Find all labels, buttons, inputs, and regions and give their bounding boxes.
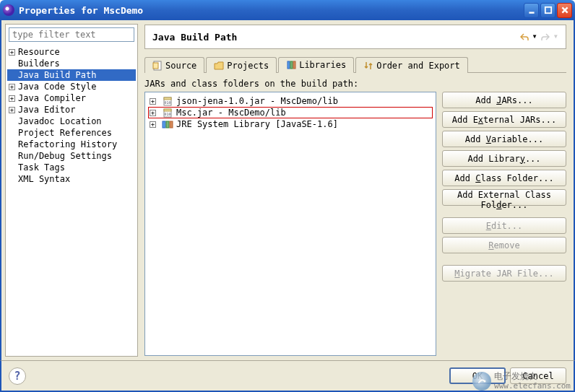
library-label: Msc.jar - MscDemo/lib	[176, 108, 286, 118]
add-external-jars-button[interactable]: Add External JARs...	[442, 111, 566, 128]
expand-icon[interactable]: +	[150, 98, 156, 105]
nav-separator-2: ▾	[553, 31, 558, 43]
tree-indent	[9, 165, 15, 171]
add-class-folder-button[interactable]: Add Class Folder...	[442, 170, 566, 186]
remove-button: Remove	[442, 237, 566, 253]
tree-item[interactable]: XML Syntax	[7, 173, 136, 185]
tree-item-label: Task Tags	[18, 162, 65, 173]
tree-item-label: Project References	[18, 128, 112, 138]
libraries-label: JARs and class folders on the build path…	[144, 79, 566, 89]
expand-icon[interactable]: +	[9, 95, 15, 102]
order-icon	[363, 61, 373, 71]
tab-source[interactable]: Source	[144, 57, 204, 73]
tree-indent	[9, 130, 15, 136]
libraries-list[interactable]: +010json-jena-1.0.jar - MscDemo/lib+010M…	[144, 92, 436, 356]
tree-item[interactable]: Project References	[7, 127, 136, 139]
tree-item-label: Run/Debug Settings	[18, 151, 112, 161]
minimize-button[interactable]	[524, 3, 539, 18]
projects-icon	[214, 61, 224, 71]
filter-input[interactable]	[9, 27, 134, 42]
nav-forward-button[interactable]	[539, 31, 552, 43]
add-external-class-folder-button[interactable]: Add External Class Folder...	[442, 189, 566, 206]
tree-item[interactable]: Task Tags	[7, 162, 136, 173]
tree-item[interactable]: +Resource	[7, 46, 136, 58]
svg-rect-5	[153, 63, 158, 69]
tree-item-label: Java Compiler	[18, 93, 86, 103]
expand-icon[interactable]: +	[9, 49, 15, 56]
edit-button: Edit...	[442, 217, 566, 234]
tree-indent	[9, 118, 15, 125]
expand-icon[interactable]: +	[150, 110, 156, 116]
window-titlebar: Properties for MscDemo	[0, 0, 575, 20]
svg-rect-17	[170, 121, 173, 128]
tree-item[interactable]: Run/Debug Settings	[7, 150, 136, 162]
tab-label: Order and Export	[376, 61, 460, 71]
tree-item[interactable]: Javadoc Location	[7, 116, 136, 127]
expand-icon[interactable]: +	[150, 121, 156, 128]
tree-item-label: Javadoc Location	[18, 116, 102, 126]
page-title: Java Build Path	[152, 32, 518, 43]
svg-text:010: 010	[164, 100, 170, 105]
tab-libraries[interactable]: Libraries	[278, 57, 354, 73]
tree-item-label: Java Editor	[18, 105, 75, 115]
svg-text:010: 010	[164, 112, 170, 116]
tree-item[interactable]: Java Build Path	[7, 69, 136, 81]
tree-indent	[9, 61, 15, 67]
jar-icon: 010	[162, 96, 173, 106]
tree-indent	[9, 72, 15, 79]
libraries-icon	[286, 60, 296, 70]
expand-icon[interactable]: +	[9, 107, 15, 113]
svg-rect-13	[164, 109, 171, 111]
tree-item[interactable]: +Java Code Style	[7, 81, 136, 92]
library-item[interactable]: +010Msc.jar - MscDemo/lib	[148, 107, 433, 118]
nav-separator: ▾	[532, 31, 537, 43]
add-variable-button[interactable]: Add Variable...	[442, 131, 566, 147]
tree-item-label: Builders	[18, 58, 60, 69]
tree-item[interactable]: Builders	[7, 58, 136, 69]
tree-item[interactable]: Refactoring History	[7, 139, 136, 150]
library-label: json-jena-1.0.jar - MscDemo/lib	[176, 96, 338, 106]
source-icon	[152, 61, 163, 71]
library-item[interactable]: +010json-jena-1.0.jar - MscDemo/lib	[148, 95, 433, 107]
tree-item[interactable]: +Java Editor	[7, 104, 136, 116]
svg-rect-15	[163, 121, 165, 128]
svg-rect-7	[290, 61, 293, 69]
page-header: Java Build Path ▾ ▾	[144, 25, 566, 49]
cancel-button[interactable]: Cancel	[510, 367, 566, 384]
content-pane: Java Build Path ▾ ▾ SourceProjectsLibrar…	[142, 20, 574, 360]
library-item[interactable]: +JRE System Library [JavaSE-1.6]	[148, 118, 433, 130]
library-label: JRE System Library [JavaSE-1.6]	[176, 119, 338, 129]
tree-item-label: XML Syntax	[18, 174, 70, 184]
tree-item-label: Resource	[18, 47, 60, 57]
eclipse-icon	[3, 4, 14, 16]
ok-button[interactable]: OK	[449, 367, 506, 384]
tab-label: Source	[165, 61, 196, 71]
tab-label: Libraries	[299, 60, 346, 70]
dialog-footer: ? OK Cancel 电子发烧友 www.elecfans.com	[0, 360, 575, 392]
tab-projects[interactable]: Projects	[206, 57, 277, 73]
add-jars-button[interactable]: Add JARs...	[442, 92, 566, 108]
svg-rect-1	[545, 7, 550, 13]
help-button[interactable]: ?	[9, 367, 26, 385]
maximize-button[interactable]	[540, 3, 555, 18]
tree-item-label: Java Build Path	[18, 70, 96, 80]
expand-icon[interactable]: +	[9, 84, 15, 90]
tree-item-label: Java Code Style	[18, 82, 96, 92]
tab-order-and-export[interactable]: Order and Export	[355, 57, 468, 73]
window-controls	[524, 3, 572, 18]
svg-rect-6	[288, 61, 290, 69]
tree-item[interactable]: +Java Compiler	[7, 92, 136, 104]
svg-rect-16	[166, 121, 169, 128]
svg-rect-10	[164, 97, 171, 100]
close-button[interactable]	[557, 3, 572, 18]
tree-indent	[9, 153, 15, 160]
category-tree-pane: +ResourceBuildersJava Build Path+Java Co…	[5, 24, 138, 357]
add-library-button[interactable]: Add Library...	[442, 150, 566, 167]
category-tree[interactable]: +ResourceBuildersJava Build Path+Java Co…	[6, 45, 137, 356]
nav-back-button[interactable]	[518, 31, 531, 43]
jre-icon	[162, 119, 173, 129]
tabs-row: SourceProjectsLibrariesOrder and Export	[144, 56, 566, 73]
window-title: Properties for MscDemo	[19, 5, 524, 16]
tab-label: Projects	[227, 61, 269, 71]
tree-indent	[9, 176, 15, 183]
